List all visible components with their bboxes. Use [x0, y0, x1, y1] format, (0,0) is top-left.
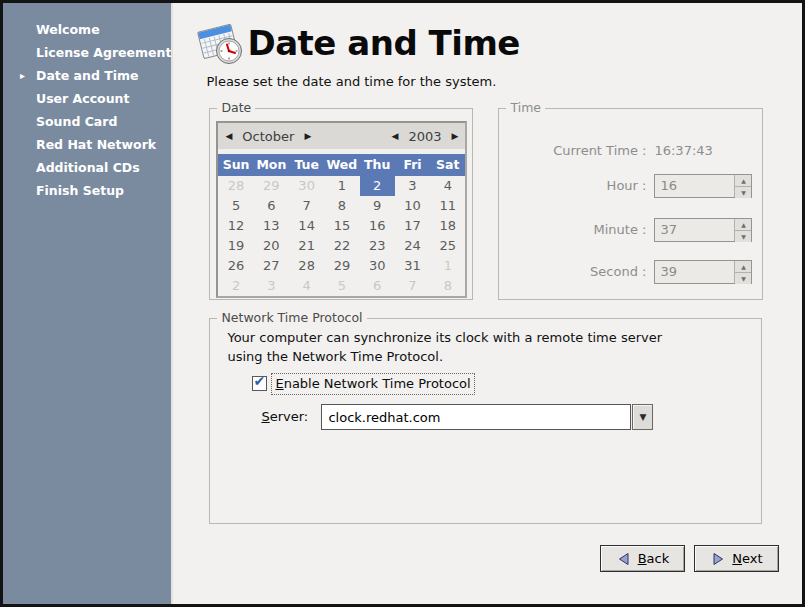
sidebar-item-label: Red Hat Network [36, 137, 156, 152]
calendar-day-cell[interactable]: 15 [324, 216, 359, 236]
enable-ntp-label[interactable]: Enable Network Time Protocol [271, 373, 474, 395]
sidebar-item-label: Finish Setup [36, 183, 124, 198]
active-step-arrow-icon: ▸ [20, 64, 25, 87]
sidebar-item-sound-card: Sound Card [3, 110, 171, 133]
calendar-day-cell[interactable]: 8 [430, 276, 465, 296]
calendar-day-cell[interactable]: 21 [289, 236, 324, 256]
ntp-frame: Network Time Protocol Your computer can … [209, 318, 762, 524]
sidebar-item-label: Welcome [36, 22, 100, 37]
calendar-day-cell[interactable]: 1 [324, 176, 359, 196]
sidebar-item-additional-cds: Additional CDs [3, 156, 171, 179]
calendar-day-cell[interactable]: 26 [218, 256, 253, 276]
next-arrow-icon [711, 552, 725, 566]
second-spin-down-icon: ▼ [735, 273, 751, 284]
calendar-day-cell[interactable]: 31 [395, 256, 430, 276]
calendar-day-cell[interactable]: 1 [430, 256, 465, 276]
current-time-label: Current Time : [499, 143, 646, 158]
calendar-day-cell[interactable]: 30 [289, 176, 324, 196]
calendar-clock-icon [195, 18, 247, 70]
minute-label: Minute : [499, 222, 646, 237]
calendar-day-cell[interactable]: 9 [360, 196, 395, 216]
hour-spinner: 16 ▲ ▼ [654, 174, 752, 198]
next-month-button[interactable]: ▶ [304, 123, 311, 149]
calendar-day-cell[interactable]: 3 [254, 276, 289, 296]
sidebar-item-label: License Agreement [36, 45, 171, 60]
server-label: Server: [261, 404, 308, 430]
second-spinner: 39 ▲ ▼ [654, 260, 752, 284]
calendar-day-cell[interactable]: 16 [360, 216, 395, 236]
back-button[interactable]: Back [600, 545, 685, 572]
sidebar-item-user-account: User Account [3, 87, 171, 110]
calendar-day-cell[interactable]: 18 [430, 216, 465, 236]
sidebar-item-label: User Account [36, 91, 129, 106]
calendar-day-cell[interactable]: 30 [360, 256, 395, 276]
minute-spin-down-icon: ▼ [735, 231, 751, 242]
next-year-button[interactable]: ▶ [452, 123, 459, 149]
second-label: Second : [499, 264, 646, 279]
sidebar-item-red-hat-network: Red Hat Network [3, 133, 171, 156]
sidebar-item-label: Date and Time [36, 68, 139, 83]
sidebar-item-welcome: Welcome [3, 18, 171, 41]
day-header-sat: Sat [430, 154, 465, 176]
calendar-day-cell[interactable]: 10 [395, 196, 430, 216]
calendar-day-cell[interactable]: 4 [430, 176, 465, 196]
next-button[interactable]: Next [694, 545, 779, 572]
hour-label: Hour : [499, 178, 646, 193]
calendar-day-cell[interactable]: 24 [395, 236, 430, 256]
ntp-frame-legend: Network Time Protocol [217, 310, 366, 325]
calendar-day-cell-selected[interactable]: 2 [360, 176, 395, 196]
calendar-day-cell[interactable]: 25 [430, 236, 465, 256]
calendar-day-cell[interactable]: 27 [254, 256, 289, 276]
calendar-day-cell[interactable]: 7 [395, 276, 430, 296]
page-title: Date and Time [247, 23, 519, 63]
calendar-nav: ◀ October ▶ ◀ 2003 ▶ [218, 123, 465, 149]
calendar-day-cell[interactable]: 23 [360, 236, 395, 256]
calendar-day-cell[interactable]: 6 [360, 276, 395, 296]
setup-wizard-window: WelcomeLicense Agreement▸Date and TimeUs… [0, 0, 805, 607]
calendar-day-cell[interactable]: 11 [430, 196, 465, 216]
prev-year-button[interactable]: ◀ [392, 123, 399, 149]
ntp-server-input[interactable] [321, 404, 631, 430]
calendar-day-cell[interactable]: 3 [395, 176, 430, 196]
calendar-day-cell[interactable]: 20 [254, 236, 289, 256]
calendar-day-cell[interactable]: 22 [324, 236, 359, 256]
hour-spin-down-icon: ▼ [735, 187, 751, 198]
back-button-label: Back [638, 551, 670, 566]
time-frame-legend: Time [506, 100, 545, 115]
calendar-day-cell[interactable]: 28 [218, 176, 253, 196]
calendar-day-cell[interactable]: 2 [218, 276, 253, 296]
hour-value: 16 [655, 175, 734, 197]
calendar-day-cell[interactable]: 4 [289, 276, 324, 296]
calendar-day-cell[interactable]: 29 [324, 256, 359, 276]
calendar-year-label: 2003 [408, 129, 441, 144]
second-value: 39 [655, 261, 734, 283]
calendar-day-cell[interactable]: 19 [218, 236, 253, 256]
calendar-day-cell[interactable]: 5 [218, 196, 253, 216]
sidebar-item-label: Sound Card [36, 114, 117, 129]
time-frame: Time Current Time : 16:37:43 Hour : 16 ▲… [498, 108, 763, 300]
calendar-day-cell[interactable]: 13 [254, 216, 289, 236]
calendar-day-grid: 2829301234567891011121314151617181920212… [218, 176, 465, 296]
calendar-day-cell[interactable]: 14 [289, 216, 324, 236]
calendar-day-cell[interactable]: 28 [289, 256, 324, 276]
date-frame-legend: Date [217, 100, 255, 115]
calendar-day-cell[interactable]: 6 [254, 196, 289, 216]
calendar-day-headers: SunMonTueWedThuFriSat [218, 154, 465, 176]
calendar-day-cell[interactable]: 12 [218, 216, 253, 236]
date-frame: Date ◀ October ▶ ◀ 2003 ▶ SunMonTueWedTh… [209, 108, 473, 300]
sidebar-item-finish-setup: Finish Setup [3, 179, 171, 202]
day-header-wed: Wed [324, 154, 359, 176]
ntp-server-dropdown-button[interactable]: ▼ [632, 404, 653, 430]
enable-ntp-checkbox[interactable]: ✔ [252, 376, 267, 391]
calendar-day-cell[interactable]: 29 [254, 176, 289, 196]
calendar-day-cell[interactable]: 8 [324, 196, 359, 216]
minute-spin-up-icon: ▲ [735, 219, 751, 231]
calendar-month-label: October [242, 129, 294, 144]
back-arrow-icon [617, 552, 631, 566]
calendar-day-cell[interactable]: 5 [324, 276, 359, 296]
calendar-day-cell[interactable]: 7 [289, 196, 324, 216]
calendar-day-cell[interactable]: 17 [395, 216, 430, 236]
prev-month-button[interactable]: ◀ [225, 123, 232, 149]
day-header-fri: Fri [395, 154, 430, 176]
sidebar-item-date-and-time: ▸Date and Time [3, 64, 171, 87]
